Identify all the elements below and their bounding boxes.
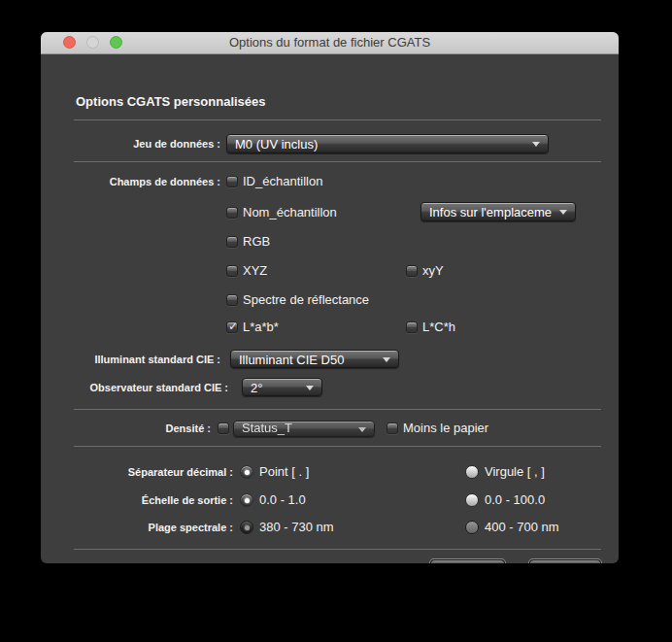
data-fields-label: Champs de données : [41, 174, 220, 189]
divider [74, 119, 601, 120]
window-title: Options du format de fichier CGATS [41, 35, 619, 50]
checkbox-label: L*a*b* [243, 320, 279, 335]
decimal-separator-label: Séparateur décimal : [41, 464, 233, 480]
screen-background: Options du format de fichier CGATS Optio… [0, 0, 672, 642]
checkbox-density[interactable] [218, 422, 229, 434]
radio-scale-0-100[interactable] [465, 493, 479, 507]
checkbox-minus-paper[interactable] [386, 422, 398, 434]
divider [74, 446, 601, 447]
checkbox-nom-echantillon[interactable] [226, 207, 238, 219]
observer-label: Observateur standard CIE : [41, 380, 228, 395]
checkbox-lch[interactable] [406, 321, 418, 333]
density-status-popup-value: Status_T [234, 421, 374, 436]
dataset-popup[interactable]: M0 (UV inclus) [226, 134, 549, 153]
radio-label: Point [ . ] [259, 464, 309, 480]
radio-scale-0-1[interactable] [240, 493, 253, 507]
checkbox-label: Moins le papier [403, 421, 488, 436]
output-scale-label: Échelle de sortie : [41, 492, 233, 508]
checkbox-id-echantillon[interactable] [226, 176, 238, 187]
chevron-down-icon [532, 142, 540, 147]
illuminant-popup-value: Illuminant CIE D50 [231, 351, 398, 368]
radio-point[interactable] [240, 465, 253, 479]
location-info-popup-value: Infos sur l'emplaceme [421, 203, 575, 220]
checkbox-rgb[interactable] [226, 236, 238, 248]
chevron-down-icon [559, 210, 567, 215]
cgats-options-dialog: Options du format de fichier CGATS Optio… [41, 32, 619, 563]
chevron-down-icon [383, 357, 390, 362]
radio-range-400-700[interactable] [465, 521, 479, 534]
checkbox-xyz[interactable] [226, 265, 238, 277]
spectral-range-label: Plage spectrale : [41, 520, 233, 535]
dialog-content: Options CGATS personnalisées Jeu de donn… [41, 54, 619, 563]
checkbox-label: xyY [422, 263, 444, 279]
checkbox-xyy[interactable] [406, 265, 418, 277]
checkbox-label: XYZ [243, 263, 267, 279]
titlebar: Options du format de fichier CGATS [41, 32, 619, 54]
divider [74, 409, 601, 410]
radio-range-380-730[interactable] [240, 521, 253, 534]
radio-label: 380 - 730 nm [259, 520, 334, 535]
checkbox-label: Spectre de réflectance [243, 292, 369, 308]
observer-popup[interactable]: 2° [242, 378, 322, 396]
density-label: Densité : [41, 421, 211, 436]
checkbox-lab[interactable] [226, 321, 238, 333]
ok-button[interactable]: OK [529, 559, 601, 563]
radio-label: 400 - 700 nm [485, 520, 559, 535]
section-title: Options CGATS personnalisées [76, 94, 266, 109]
radio-virgule[interactable] [465, 465, 479, 479]
divider [74, 549, 601, 550]
checkbox-label: RGB [243, 234, 270, 250]
checkbox-label: Nom_échantillon [243, 205, 337, 220]
location-info-popup[interactable]: Infos sur l'emplaceme [420, 202, 576, 221]
density-status-popup[interactable]: Status_T [233, 421, 375, 437]
chevron-down-icon [306, 386, 314, 390]
dataset-popup-value: M0 (UV inclus) [227, 135, 548, 152]
cancel-button[interactable]: Annuler [430, 559, 505, 563]
checkbox-spectre-reflectance[interactable] [226, 294, 238, 306]
illuminant-label: Illuminant standard CIE : [41, 352, 220, 367]
radio-label: 0.0 - 1.0 [259, 492, 306, 508]
dataset-label: Jeu de données : [41, 136, 220, 152]
checkbox-label: ID_échantillon [243, 174, 322, 189]
checkbox-label: L*C*h [422, 320, 455, 335]
chevron-down-icon [358, 427, 366, 432]
radio-label: Virgule [ , ] [485, 464, 545, 480]
divider [74, 161, 601, 162]
illuminant-popup[interactable]: Illuminant CIE D50 [230, 350, 399, 368]
radio-label: 0.0 - 100.0 [485, 492, 545, 508]
